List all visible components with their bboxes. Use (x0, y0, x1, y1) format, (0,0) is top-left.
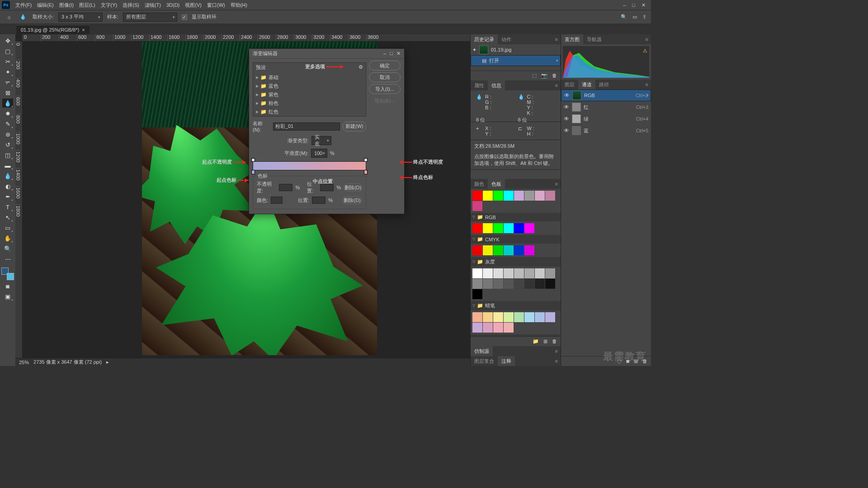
color-stop-start[interactable] (251, 170, 255, 174)
history-tab[interactable]: 历史记录 (471, 34, 498, 44)
swatch[interactable] (514, 279, 524, 289)
smoothness-field[interactable]: 100 (311, 149, 327, 158)
swatch[interactable] (472, 191, 482, 201)
cancel-button[interactable]: 取消 (369, 72, 401, 82)
panel-menu-icon[interactable]: ≡ (552, 83, 561, 88)
swatch-folder-crayon[interactable]: ▽📁蜡笔 (471, 301, 561, 310)
eye-icon[interactable]: 👁 (564, 127, 569, 134)
swatch[interactable] (524, 245, 534, 255)
gradient-bar[interactable] (253, 161, 366, 170)
marquee-tool[interactable]: ▢ (2, 47, 13, 56)
position-field[interactable] (320, 184, 334, 191)
name-field[interactable] (273, 122, 340, 131)
swatch[interactable] (535, 191, 545, 201)
swatch[interactable] (524, 191, 534, 201)
swatch[interactable] (545, 191, 555, 201)
move-tool[interactable]: ✥ (2, 36, 13, 45)
swatch[interactable] (504, 191, 514, 201)
preset-folder[interactable]: ▶📁粉色 (256, 99, 363, 108)
swatch[interactable] (493, 223, 503, 233)
swatch[interactable] (514, 312, 524, 322)
gradient-tool[interactable]: ▬ (2, 161, 13, 170)
swatch[interactable] (472, 323, 482, 333)
swatch[interactable] (472, 279, 482, 289)
close-tab-icon[interactable]: × (82, 27, 85, 33)
panel-menu-icon[interactable]: ≡ (552, 181, 561, 187)
eye-icon[interactable]: 👁 (564, 116, 569, 122)
actions-tab[interactable]: 动作 (498, 34, 515, 44)
eye-icon[interactable]: 👁 (564, 92, 570, 99)
folder-icon[interactable]: 📁 (533, 338, 539, 344)
navigator-tab[interactable]: 导航器 (583, 34, 605, 44)
menu-file[interactable]: 文件(F) (13, 2, 34, 9)
color-field[interactable] (271, 197, 283, 204)
swatch[interactable] (514, 223, 524, 233)
menu-filter[interactable]: 滤镜(T) (142, 2, 164, 9)
new-button[interactable]: 新建(W) (343, 122, 366, 131)
more-tools[interactable]: ⋯ (2, 254, 13, 263)
crop-tool[interactable]: ✃ (2, 78, 13, 87)
stamp-tool[interactable]: ⊛ (2, 130, 13, 139)
eyedropper-tool[interactable]: 💧 (2, 99, 13, 108)
menu-help[interactable]: 帮助(H) (228, 2, 250, 9)
new-snapshot-icon[interactable]: ⬚ (532, 73, 537, 79)
channel-red[interactable]: 👁红Ctrl+3 (561, 101, 651, 113)
swatch[interactable] (493, 312, 503, 322)
mask-mode[interactable]: ◙ (2, 282, 13, 291)
zoom-level[interactable]: 25% (19, 360, 29, 365)
history-source[interactable]: ✦01.19.jpg (471, 44, 561, 55)
swatch-folder-cmyk[interactable]: ▽📁CMYK (471, 235, 561, 244)
dialog-titlebar[interactable]: 渐变编辑器 –□✕ (249, 49, 404, 59)
panel-menu-icon[interactable]: ≡ (643, 37, 651, 42)
eraser-tool[interactable]: ◫ (2, 150, 13, 160)
share-icon[interactable]: ⇪ (642, 14, 646, 20)
channel-blue[interactable]: 👁蓝Ctrl+5 (561, 125, 651, 136)
brush-tool[interactable]: ✎ (2, 119, 13, 128)
swatch[interactable] (493, 323, 503, 333)
notes-tab[interactable]: 注释 (498, 356, 515, 366)
blur-tool[interactable]: 💧 (2, 171, 13, 180)
home-icon[interactable]: ⌂ (5, 13, 14, 22)
window-minimize[interactable]: – (623, 2, 626, 8)
paths-tab[interactable]: 路径 (595, 80, 613, 89)
new-swatch-icon[interactable]: ⊞ (543, 338, 547, 344)
position-field[interactable] (312, 197, 326, 204)
swatch[interactable] (545, 268, 555, 278)
swatch[interactable] (483, 223, 493, 233)
show-ring-checkbox[interactable]: ✓ (182, 14, 187, 20)
color-stop-end[interactable] (364, 170, 368, 174)
preset-folder[interactable]: ▶📁红色 (256, 108, 363, 115)
dialog-minimize[interactable]: – (383, 51, 386, 56)
panel-menu-icon[interactable]: ≡ (643, 82, 651, 87)
properties-tab[interactable]: 属性 (471, 80, 488, 90)
histogram-tab[interactable]: 直方图 (561, 34, 583, 44)
swatch[interactable] (545, 279, 555, 289)
menu-image[interactable]: 图像(I) (57, 2, 76, 9)
menu-layer[interactable]: 图层(L) (76, 2, 98, 9)
heal-tool[interactable]: ✹ (2, 109, 13, 118)
swatch[interactable] (483, 191, 493, 201)
swatch[interactable] (504, 279, 514, 289)
frame-tool[interactable]: ⊠ (2, 88, 13, 97)
swatch[interactable] (524, 223, 534, 233)
menu-window[interactable]: 窗口(W) (204, 2, 228, 9)
swatch[interactable] (483, 279, 493, 289)
layer-comps-tab[interactable]: 图层复合 (471, 356, 498, 366)
menu-3d[interactable]: 3D(D) (164, 2, 182, 8)
swatch[interactable] (483, 323, 493, 333)
opacity-stop-start[interactable] (251, 158, 255, 162)
type-tool[interactable]: T (2, 202, 13, 211)
swatch[interactable] (545, 312, 555, 322)
history-brush-tool[interactable]: ↺ (2, 140, 13, 149)
fg-bg-colors[interactable] (1, 267, 14, 280)
menu-edit[interactable]: 编辑(E) (34, 2, 57, 9)
sample-select[interactable]: 所有图层 (123, 13, 177, 22)
color-tab[interactable]: 颜色 (471, 179, 488, 189)
swatch[interactable] (472, 223, 482, 233)
workspace-icon[interactable]: ▭ (632, 14, 637, 20)
channel-green[interactable]: 👁绿Ctrl+4 (561, 113, 651, 125)
opacity-field[interactable] (279, 184, 292, 191)
swatch[interactable] (504, 323, 514, 333)
panel-menu-icon[interactable]: ≡ (552, 358, 561, 364)
sample-size-select[interactable]: 3 x 3 平均 (58, 13, 103, 22)
